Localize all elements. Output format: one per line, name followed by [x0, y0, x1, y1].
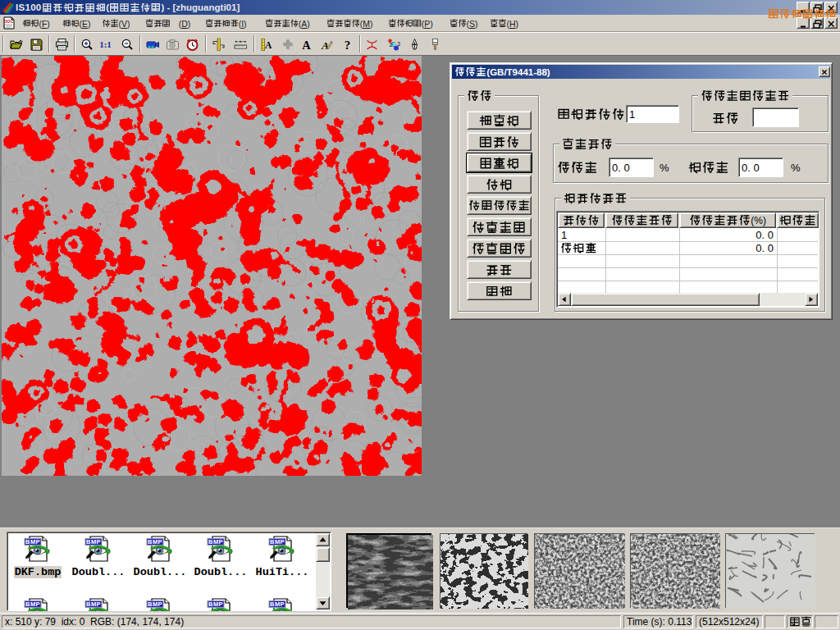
svg-text:A: A — [265, 40, 272, 50]
svg-text:BMP: BMP — [270, 538, 285, 546]
svg-text:1: 1 — [389, 41, 392, 47]
svg-text:a: a — [392, 40, 395, 46]
svg-text:BMP: BMP — [148, 538, 162, 546]
svg-text:1:1: 1:1 — [99, 39, 112, 49]
svg-text:A: A — [320, 39, 328, 51]
svg-text:BMP: BMP — [270, 600, 285, 608]
svg-text:BMP: BMP — [25, 538, 40, 546]
svg-text:BMP: BMP — [86, 538, 101, 546]
svg-text:BMP: BMP — [208, 538, 223, 546]
svg-text:A: A — [302, 38, 311, 51]
svg-text:3: 3 — [397, 41, 400, 47]
svg-text:BMP: BMP — [148, 600, 162, 608]
svg-text:BMP: BMP — [208, 600, 223, 608]
svg-text:BMP: BMP — [25, 600, 40, 608]
svg-text:DOC: DOC — [3, 19, 13, 24]
svg-text:?: ? — [344, 38, 350, 51]
svg-text:BMP: BMP — [86, 600, 101, 608]
